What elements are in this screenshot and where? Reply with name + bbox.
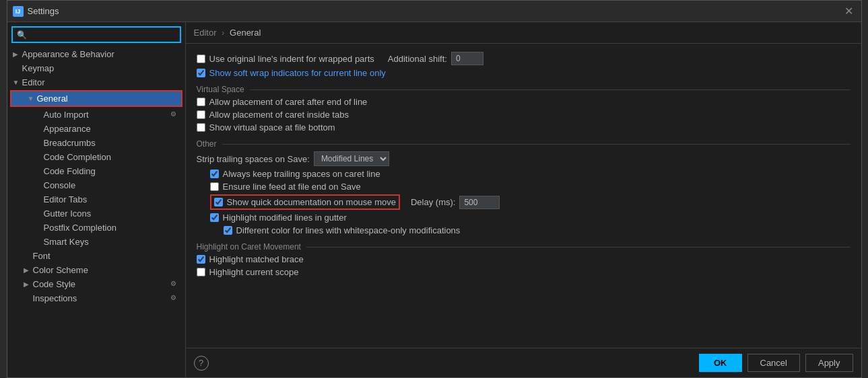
sidebar-item-code-completion[interactable]: Code Completion	[7, 150, 185, 164]
settings-dialog: IJ Settings ✕ 🔍 ▶ Appearance & Behavior	[7, 0, 862, 378]
sidebar-item-label: Auto Import	[44, 110, 170, 120]
arrow-icon	[34, 167, 44, 175]
sidebar-item-label: Inspections	[33, 293, 170, 303]
show-soft-wrap-checkbox[interactable]	[197, 69, 205, 77]
use-original-indent-checkbox[interactable]	[197, 54, 205, 63]
arrow-icon	[34, 196, 44, 203]
show-soft-wrap-label[interactable]: Show soft wrap indicators for current li…	[197, 68, 386, 78]
different-color-text: Different color for lines with whitespac…	[236, 225, 461, 235]
help-button[interactable]: ?	[194, 356, 209, 371]
sidebar-item-auto-import[interactable]: Auto Import ⚙	[7, 108, 185, 122]
additional-shift-input[interactable]	[451, 52, 483, 65]
arrow-icon	[34, 139, 44, 147]
show-quick-doc-label[interactable]: Show quick documentation on mouse move	[214, 197, 396, 207]
show-virtual-space-checkbox[interactable]	[197, 123, 205, 132]
sidebar-item-label: Smart Keys	[44, 237, 180, 247]
sidebar-item-font[interactable]: Font	[7, 249, 185, 263]
highlight-brace-label[interactable]: Highlight matched brace	[197, 254, 304, 264]
different-color-checkbox[interactable]	[224, 226, 232, 235]
sidebar-item-general[interactable]: ▼ General	[11, 91, 181, 106]
allow-caret-end-checkbox[interactable]	[197, 98, 205, 106]
search-box[interactable]: 🔍	[11, 26, 181, 43]
arrow-icon	[34, 153, 44, 161]
always-keep-trailing-checkbox[interactable]	[210, 169, 219, 178]
highlight-brace-checkbox[interactable]	[197, 255, 205, 264]
allow-caret-inside-text: Allow placement of caret inside tabs	[209, 110, 349, 120]
sidebar-item-label: Editor	[22, 77, 180, 87]
sidebar-item-keymap[interactable]: Keymap	[7, 61, 185, 75]
highlight-scope-text: Highlight current scope	[209, 267, 299, 277]
sidebar-item-appearance[interactable]: Appearance	[7, 122, 185, 136]
sidebar-item-code-folding[interactable]: Code Folding	[7, 164, 185, 178]
highlight-caret-header: Highlight on Caret Movement	[197, 242, 850, 252]
show-quick-doc-text: Show quick documentation on mouse move	[227, 197, 396, 207]
breadcrumb-general: General	[230, 28, 261, 38]
settings-badge-icon: ⚙	[170, 280, 180, 289]
sidebar-item-postfix-completion[interactable]: Postfix Completion	[7, 221, 185, 235]
breadcrumb-editor: Editor	[194, 28, 217, 38]
show-quick-doc-checkbox[interactable]	[214, 198, 223, 206]
different-color-label[interactable]: Different color for lines with whitespac…	[224, 225, 461, 235]
allow-caret-inside-label[interactable]: Allow placement of caret inside tabs	[197, 110, 349, 120]
allow-caret-end-text: Allow placement of caret after end of li…	[209, 97, 368, 107]
sidebar-item-code-style[interactable]: ▶ Code Style ⚙	[7, 277, 185, 291]
highlight-scope-label[interactable]: Highlight current scope	[197, 267, 299, 277]
settings-content: Use original line's indent for wrapped p…	[186, 44, 861, 348]
always-keep-trailing-text: Always keep trailing spaces on caret lin…	[223, 169, 380, 179]
arrow-icon: ▶	[24, 266, 33, 274]
wrap-row-1: Use original line's indent for wrapped p…	[197, 52, 850, 65]
delay-input[interactable]	[459, 196, 500, 209]
arrow-icon	[24, 295, 33, 302]
sidebar-item-gutter-icons[interactable]: Gutter Icons	[7, 206, 185, 221]
delay-group: Delay (ms):	[405, 196, 500, 209]
allow-caret-end-label[interactable]: Allow placement of caret after end of li…	[197, 97, 368, 107]
arrow-icon	[24, 252, 33, 260]
cancel-button[interactable]: Cancel	[747, 354, 800, 372]
sidebar-item-editor[interactable]: ▼ Editor	[7, 75, 185, 89]
ensure-line-feed-checkbox[interactable]	[210, 182, 219, 191]
allow-caret-inside-checkbox[interactable]	[197, 110, 205, 119]
sidebar-item-label: Console	[44, 180, 180, 190]
show-virtual-space-label[interactable]: Show virtual space at file bottom	[197, 122, 335, 133]
sidebar-item-editor-tabs[interactable]: Editor Tabs	[7, 192, 185, 206]
highlight-brace-row: Highlight matched brace	[197, 254, 850, 264]
always-keep-trailing-label[interactable]: Always keep trailing spaces on caret lin…	[210, 169, 380, 179]
additional-shift-label: Additional shift:	[388, 54, 447, 64]
search-input[interactable]	[30, 30, 176, 40]
highlight-modified-label[interactable]: Highlight modified lines in gutter	[210, 213, 347, 223]
sidebar-item-smart-keys[interactable]: Smart Keys	[7, 235, 185, 249]
close-button[interactable]: ✕	[842, 5, 856, 17]
sidebar-item-console[interactable]: Console	[7, 178, 185, 192]
arrow-icon	[34, 125, 44, 133]
sidebar-item-label: Appearance	[44, 124, 180, 134]
sidebar-item-label: Code Completion	[44, 152, 180, 162]
strip-trailing-dropdown[interactable]: None Modified Lines All	[314, 151, 389, 166]
show-quick-doc-row: Show quick documentation on mouse move D…	[197, 194, 850, 210]
sidebar-item-breadcrumbs[interactable]: Breadcrumbs	[7, 136, 185, 150]
sidebar-item-label: Breadcrumbs	[44, 138, 180, 148]
dialog-title: Settings	[28, 6, 59, 16]
settings-badge-icon: ⚙	[170, 110, 180, 120]
footer: ? OK Cancel Apply	[186, 348, 861, 377]
footer-buttons: OK Cancel Apply	[699, 354, 853, 372]
sidebar-item-appearance-behavior[interactable]: ▶ Appearance & Behavior	[7, 47, 185, 61]
apply-button[interactable]: Apply	[805, 354, 853, 372]
other-header: Other	[197, 139, 850, 149]
different-color-row: Different color for lines with whitespac…	[197, 225, 850, 235]
arrow-icon	[34, 111, 44, 118]
sidebar-item-label: Postfix Completion	[44, 223, 180, 233]
virtual-space-row-1: Allow placement of caret after end of li…	[197, 97, 850, 107]
ok-button[interactable]: OK	[699, 354, 742, 372]
use-original-indent-label[interactable]: Use original line's indent for wrapped p…	[197, 54, 374, 64]
sidebar-item-label: General	[37, 93, 176, 104]
sidebar-item-label: Color Scheme	[33, 265, 180, 275]
sidebar-item-inspections[interactable]: Inspections ⚙	[7, 291, 185, 305]
ensure-line-feed-label[interactable]: Ensure line feed at file end on Save	[210, 182, 361, 192]
highlight-scope-checkbox[interactable]	[197, 268, 205, 276]
strip-trailing-label: Strip trailing spaces on Save:	[197, 154, 310, 164]
highlight-modified-checkbox[interactable]	[210, 213, 219, 222]
sidebar-item-label: Code Style	[33, 279, 170, 289]
highlight-scope-row: Highlight current scope	[197, 267, 850, 277]
sidebar-item-color-scheme[interactable]: ▶ Color Scheme	[7, 263, 185, 277]
dialog-body: 🔍 ▶ Appearance & Behavior Keymap ▼	[7, 22, 861, 377]
